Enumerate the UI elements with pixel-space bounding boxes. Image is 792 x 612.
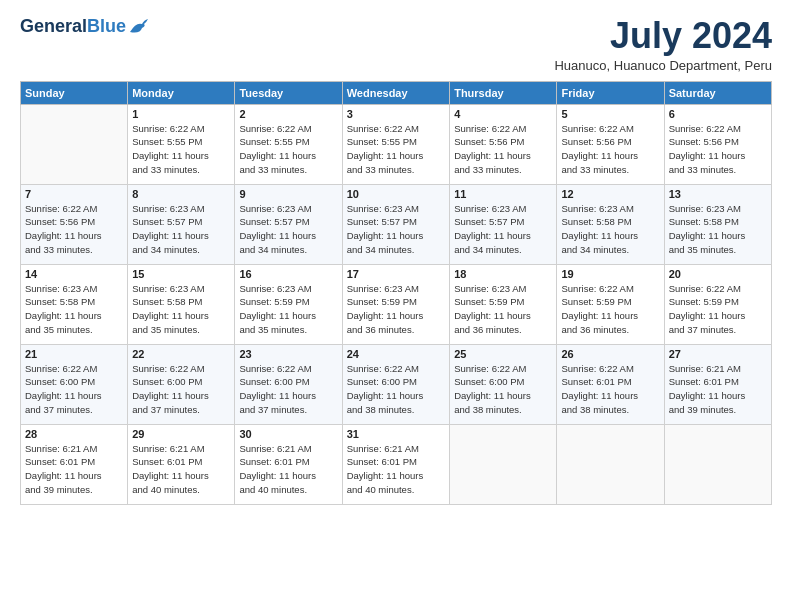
day-info: Sunrise: 6:23 AMSunset: 5:59 PMDaylight:… bbox=[239, 282, 337, 337]
day-info: Sunrise: 6:22 AMSunset: 6:00 PMDaylight:… bbox=[25, 362, 123, 417]
day-info: Sunrise: 6:22 AMSunset: 5:56 PMDaylight:… bbox=[25, 202, 123, 257]
day-number: 28 bbox=[25, 428, 123, 440]
logo: GeneralBlue bbox=[20, 16, 150, 37]
day-number: 12 bbox=[561, 188, 659, 200]
day-number: 10 bbox=[347, 188, 445, 200]
day-info: Sunrise: 6:22 AMSunset: 5:56 PMDaylight:… bbox=[454, 122, 552, 177]
table-row: 4Sunrise: 6:22 AMSunset: 5:56 PMDaylight… bbox=[450, 104, 557, 184]
day-info: Sunrise: 6:22 AMSunset: 5:56 PMDaylight:… bbox=[669, 122, 767, 177]
calendar-week-2: 7Sunrise: 6:22 AMSunset: 5:56 PMDaylight… bbox=[21, 184, 772, 264]
day-info: Sunrise: 6:22 AMSunset: 6:00 PMDaylight:… bbox=[132, 362, 230, 417]
day-number: 23 bbox=[239, 348, 337, 360]
day-number: 29 bbox=[132, 428, 230, 440]
day-number: 13 bbox=[669, 188, 767, 200]
day-number: 16 bbox=[239, 268, 337, 280]
day-number: 7 bbox=[25, 188, 123, 200]
table-row: 27Sunrise: 6:21 AMSunset: 6:01 PMDayligh… bbox=[664, 344, 771, 424]
table-row: 2Sunrise: 6:22 AMSunset: 5:55 PMDaylight… bbox=[235, 104, 342, 184]
table-row: 8Sunrise: 6:23 AMSunset: 5:57 PMDaylight… bbox=[128, 184, 235, 264]
table-row bbox=[664, 424, 771, 504]
calendar-week-4: 21Sunrise: 6:22 AMSunset: 6:00 PMDayligh… bbox=[21, 344, 772, 424]
table-row: 9Sunrise: 6:23 AMSunset: 5:57 PMDaylight… bbox=[235, 184, 342, 264]
day-number: 3 bbox=[347, 108, 445, 120]
day-number: 27 bbox=[669, 348, 767, 360]
day-number: 15 bbox=[132, 268, 230, 280]
day-info: Sunrise: 6:21 AMSunset: 6:01 PMDaylight:… bbox=[239, 442, 337, 497]
day-number: 2 bbox=[239, 108, 337, 120]
title-block: July 2024 Huanuco, Huanuco Department, P… bbox=[554, 16, 772, 73]
day-number: 11 bbox=[454, 188, 552, 200]
table-row bbox=[21, 104, 128, 184]
day-number: 18 bbox=[454, 268, 552, 280]
table-row: 28Sunrise: 6:21 AMSunset: 6:01 PMDayligh… bbox=[21, 424, 128, 504]
table-row bbox=[450, 424, 557, 504]
table-row bbox=[557, 424, 664, 504]
day-info: Sunrise: 6:22 AMSunset: 5:59 PMDaylight:… bbox=[561, 282, 659, 337]
header-monday: Monday bbox=[128, 81, 235, 104]
day-number: 4 bbox=[454, 108, 552, 120]
day-info: Sunrise: 6:23 AMSunset: 5:59 PMDaylight:… bbox=[347, 282, 445, 337]
calendar-week-1: 1Sunrise: 6:22 AMSunset: 5:55 PMDaylight… bbox=[21, 104, 772, 184]
day-number: 21 bbox=[25, 348, 123, 360]
day-number: 26 bbox=[561, 348, 659, 360]
logo-bird-icon bbox=[128, 18, 150, 36]
day-info: Sunrise: 6:22 AMSunset: 5:56 PMDaylight:… bbox=[561, 122, 659, 177]
day-info: Sunrise: 6:21 AMSunset: 6:01 PMDaylight:… bbox=[25, 442, 123, 497]
header: GeneralBlue July 2024 Huanuco, Huanuco D… bbox=[20, 16, 772, 73]
header-wednesday: Wednesday bbox=[342, 81, 449, 104]
table-row: 17Sunrise: 6:23 AMSunset: 5:59 PMDayligh… bbox=[342, 264, 449, 344]
day-number: 5 bbox=[561, 108, 659, 120]
day-info: Sunrise: 6:23 AMSunset: 5:59 PMDaylight:… bbox=[454, 282, 552, 337]
day-info: Sunrise: 6:22 AMSunset: 6:00 PMDaylight:… bbox=[454, 362, 552, 417]
day-info: Sunrise: 6:22 AMSunset: 5:55 PMDaylight:… bbox=[132, 122, 230, 177]
day-info: Sunrise: 6:21 AMSunset: 6:01 PMDaylight:… bbox=[132, 442, 230, 497]
day-number: 20 bbox=[669, 268, 767, 280]
table-row: 20Sunrise: 6:22 AMSunset: 5:59 PMDayligh… bbox=[664, 264, 771, 344]
day-number: 1 bbox=[132, 108, 230, 120]
day-info: Sunrise: 6:23 AMSunset: 5:57 PMDaylight:… bbox=[347, 202, 445, 257]
header-friday: Friday bbox=[557, 81, 664, 104]
table-row: 26Sunrise: 6:22 AMSunset: 6:01 PMDayligh… bbox=[557, 344, 664, 424]
day-number: 9 bbox=[239, 188, 337, 200]
day-info: Sunrise: 6:23 AMSunset: 5:57 PMDaylight:… bbox=[454, 202, 552, 257]
header-tuesday: Tuesday bbox=[235, 81, 342, 104]
day-info: Sunrise: 6:23 AMSunset: 5:58 PMDaylight:… bbox=[669, 202, 767, 257]
day-info: Sunrise: 6:22 AMSunset: 5:59 PMDaylight:… bbox=[669, 282, 767, 337]
calendar-header-row: Sunday Monday Tuesday Wednesday Thursday… bbox=[21, 81, 772, 104]
day-info: Sunrise: 6:21 AMSunset: 6:01 PMDaylight:… bbox=[669, 362, 767, 417]
table-row: 24Sunrise: 6:22 AMSunset: 6:00 PMDayligh… bbox=[342, 344, 449, 424]
day-number: 19 bbox=[561, 268, 659, 280]
day-info: Sunrise: 6:23 AMSunset: 5:58 PMDaylight:… bbox=[561, 202, 659, 257]
day-number: 6 bbox=[669, 108, 767, 120]
table-row: 23Sunrise: 6:22 AMSunset: 6:00 PMDayligh… bbox=[235, 344, 342, 424]
day-number: 14 bbox=[25, 268, 123, 280]
table-row: 30Sunrise: 6:21 AMSunset: 6:01 PMDayligh… bbox=[235, 424, 342, 504]
table-row: 1Sunrise: 6:22 AMSunset: 5:55 PMDaylight… bbox=[128, 104, 235, 184]
day-info: Sunrise: 6:23 AMSunset: 5:57 PMDaylight:… bbox=[239, 202, 337, 257]
table-row: 19Sunrise: 6:22 AMSunset: 5:59 PMDayligh… bbox=[557, 264, 664, 344]
day-number: 22 bbox=[132, 348, 230, 360]
table-row: 31Sunrise: 6:21 AMSunset: 6:01 PMDayligh… bbox=[342, 424, 449, 504]
calendar-week-3: 14Sunrise: 6:23 AMSunset: 5:58 PMDayligh… bbox=[21, 264, 772, 344]
day-info: Sunrise: 6:23 AMSunset: 5:58 PMDaylight:… bbox=[25, 282, 123, 337]
table-row: 14Sunrise: 6:23 AMSunset: 5:58 PMDayligh… bbox=[21, 264, 128, 344]
day-number: 30 bbox=[239, 428, 337, 440]
table-row: 25Sunrise: 6:22 AMSunset: 6:00 PMDayligh… bbox=[450, 344, 557, 424]
header-saturday: Saturday bbox=[664, 81, 771, 104]
day-info: Sunrise: 6:21 AMSunset: 6:01 PMDaylight:… bbox=[347, 442, 445, 497]
table-row: 18Sunrise: 6:23 AMSunset: 5:59 PMDayligh… bbox=[450, 264, 557, 344]
table-row: 29Sunrise: 6:21 AMSunset: 6:01 PMDayligh… bbox=[128, 424, 235, 504]
header-thursday: Thursday bbox=[450, 81, 557, 104]
location: Huanuco, Huanuco Department, Peru bbox=[554, 58, 772, 73]
calendar-week-5: 28Sunrise: 6:21 AMSunset: 6:01 PMDayligh… bbox=[21, 424, 772, 504]
day-info: Sunrise: 6:22 AMSunset: 6:01 PMDaylight:… bbox=[561, 362, 659, 417]
logo-general: GeneralBlue bbox=[20, 16, 126, 37]
table-row: 16Sunrise: 6:23 AMSunset: 5:59 PMDayligh… bbox=[235, 264, 342, 344]
day-info: Sunrise: 6:23 AMSunset: 5:58 PMDaylight:… bbox=[132, 282, 230, 337]
day-info: Sunrise: 6:22 AMSunset: 5:55 PMDaylight:… bbox=[239, 122, 337, 177]
day-number: 17 bbox=[347, 268, 445, 280]
day-info: Sunrise: 6:22 AMSunset: 6:00 PMDaylight:… bbox=[347, 362, 445, 417]
table-row: 21Sunrise: 6:22 AMSunset: 6:00 PMDayligh… bbox=[21, 344, 128, 424]
day-number: 8 bbox=[132, 188, 230, 200]
table-row: 15Sunrise: 6:23 AMSunset: 5:58 PMDayligh… bbox=[128, 264, 235, 344]
